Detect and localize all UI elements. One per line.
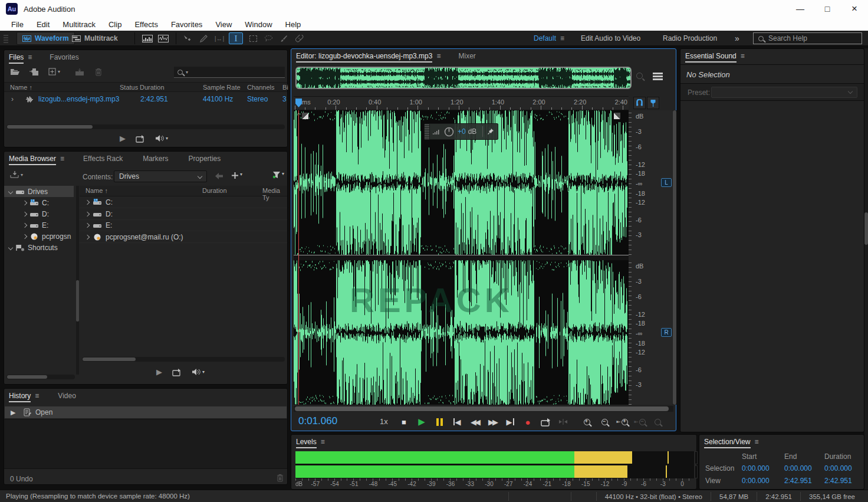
- clip-indicator-left[interactable]: [695, 451, 698, 464]
- play-button[interactable]: ▶: [414, 415, 429, 429]
- list-expander-icon[interactable]: [85, 211, 90, 216]
- move-tool[interactable]: [180, 32, 194, 44]
- fast-forward-button[interactable]: ▶▶: [485, 415, 500, 429]
- selview-selection-end[interactable]: 0:00.000: [784, 464, 812, 473]
- files-col-name[interactable]: Name ↑: [10, 84, 32, 91]
- menu-favorites[interactable]: Favorites: [165, 18, 209, 31]
- paintbrush-tool[interactable]: [277, 32, 291, 44]
- snap-toggle-button[interactable]: [633, 97, 646, 109]
- media-tree-hscrollbar[interactable]: [6, 375, 75, 379]
- tab-files[interactable]: Files≡: [4, 50, 37, 64]
- selview-view-start[interactable]: 0:00.000: [742, 477, 770, 485]
- tab-properties[interactable]: Properties: [184, 152, 226, 166]
- skip-to-start-button[interactable]: ◀: [449, 415, 465, 429]
- workspace-edit-audio-to-video[interactable]: Edit Audio to Video: [581, 31, 640, 46]
- tab-levels[interactable]: Levels≡: [291, 435, 330, 449]
- zoom-out-time-button[interactable]: −: [597, 415, 612, 429]
- files-autoplay-button[interactable]: ▾: [155, 134, 168, 142]
- menu-window[interactable]: Window: [238, 18, 278, 31]
- files-hscrollbar[interactable]: [6, 124, 285, 129]
- menu-multitrack[interactable]: Multitrack: [56, 18, 102, 31]
- tab-selection-view[interactable]: Selection/View≡: [699, 435, 764, 449]
- media-filter-button[interactable]: ▾: [272, 171, 284, 179]
- files-col-duration[interactable]: Duration: [140, 84, 165, 91]
- minimize-button[interactable]: —: [787, 0, 814, 18]
- media-play-button[interactable]: ▶: [156, 368, 162, 376]
- pause-button[interactable]: [432, 415, 447, 429]
- menu-effects[interactable]: Effects: [128, 18, 165, 31]
- search-help-box[interactable]: Search Help: [753, 32, 862, 44]
- multitrack-view-button[interactable]: Multitrack: [67, 32, 123, 45]
- razor-tool[interactable]: [196, 32, 211, 44]
- media-col-duration[interactable]: Duration: [202, 187, 227, 194]
- files-loop-button[interactable]: [136, 134, 145, 143]
- marker-button[interactable]: [647, 97, 659, 109]
- selview-view-duration[interactable]: 2:42.951: [824, 477, 852, 485]
- media-tree-item-shortcuts[interactable]: Shortcuts: [4, 242, 74, 253]
- workspace-radio-production[interactable]: Radio Production: [663, 31, 717, 46]
- tab-editor[interactable]: Editor: lizogub-devochka-uensdej-mp3.mp3…: [291, 49, 445, 63]
- media-col-name[interactable]: Name ↑: [86, 187, 108, 194]
- media-add-button[interactable]: ▾: [231, 172, 242, 179]
- files-col-channels[interactable]: Channels: [247, 84, 274, 91]
- file-row[interactable]: › lizogub...ensdej-mp3.mp3 2:42.951 4410…: [4, 93, 287, 105]
- list-expander-icon[interactable]: [85, 234, 90, 239]
- hud-grip[interactable]: [425, 124, 430, 139]
- right-edge-scrollbar[interactable]: [864, 48, 868, 490]
- editor-panel-menu-icon[interactable]: ≡: [436, 52, 440, 60]
- zoom-to-selection-button[interactable]: ⇤+: [614, 415, 630, 429]
- close-button[interactable]: ×: [841, 0, 868, 18]
- files-column-headers[interactable]: Name ↑StatusDurationSample RateChannelsB…: [4, 82, 287, 92]
- channel-badge-l[interactable]: L: [661, 178, 672, 187]
- channel-badge-r[interactable]: R: [661, 328, 672, 337]
- slip-tool[interactable]: |↔|: [212, 32, 226, 44]
- media-tree-item-c[interactable]: C:: [4, 197, 74, 208]
- essential-sound-menu-icon[interactable]: ≡: [741, 52, 745, 60]
- menu-edit[interactable]: Edit: [30, 18, 56, 31]
- selview-selection-duration[interactable]: 0:00.000: [824, 464, 852, 473]
- menu-clip[interactable]: Clip: [102, 18, 128, 31]
- spectral-display-button[interactable]: [140, 32, 154, 44]
- editor-list-view-icon[interactable]: [653, 71, 663, 80]
- clip-indicator-right[interactable]: [695, 465, 698, 478]
- editor-vscrollbar[interactable]: [673, 110, 676, 405]
- stop-button[interactable]: ■: [396, 415, 412, 429]
- loop-playback-button[interactable]: [538, 415, 553, 429]
- gain-hud[interactable]: +0 dB: [424, 123, 498, 140]
- menu-help[interactable]: Help: [279, 18, 308, 31]
- media-loop-button[interactable]: [172, 368, 182, 376]
- media-tree-vscrollbar[interactable]: [76, 186, 79, 375]
- zoom-in-time-button[interactable]: +: [579, 415, 594, 429]
- media-tree-item-drives[interactable]: Drives: [4, 186, 74, 197]
- waveform-display-button[interactable]: [156, 32, 170, 44]
- media-tree-item-pcprogsn[interactable]: pcprogsn: [4, 231, 74, 242]
- selection-view-menu-icon[interactable]: ≡: [755, 438, 759, 446]
- list-expander-icon[interactable]: [85, 200, 90, 205]
- waveform-view-button[interactable]: Waveform: [17, 32, 75, 45]
- fade-out-handle[interactable]: [614, 113, 620, 119]
- open-file-icon[interactable]: [10, 68, 20, 76]
- files-panel-menu-icon[interactable]: ≡: [28, 53, 32, 61]
- tree-expander-icon[interactable]: [8, 189, 13, 193]
- tree-expander-icon[interactable]: [22, 222, 27, 227]
- tab-favorites[interactable]: Favorites: [45, 50, 83, 64]
- tab-media-browser[interactable]: Media Browser≡: [4, 152, 69, 166]
- tab-video[interactable]: Video: [53, 389, 80, 403]
- media-tree-item-e[interactable]: E:: [4, 219, 74, 231]
- tab-effects-rack[interactable]: Effects Rack: [78, 152, 127, 166]
- selview-view-end[interactable]: 2:42.951: [784, 477, 812, 485]
- tree-expander-icon[interactable]: [22, 200, 27, 205]
- timeline-ruler[interactable]: hms 0:200:401:001:201:402:002:202:40: [294, 96, 629, 110]
- menu-view[interactable]: View: [209, 18, 238, 31]
- workspace-menu-icon[interactable]: ≡: [560, 31, 564, 46]
- tab-essential-sound[interactable]: Essential Sound≡: [680, 49, 749, 63]
- fade-in-handle[interactable]: [302, 113, 308, 119]
- files-col-status[interactable]: Status: [120, 84, 138, 91]
- files-search-input[interactable]: ▾: [174, 67, 285, 78]
- tab-history[interactable]: History≡: [4, 389, 44, 403]
- files-col-sample-rate[interactable]: Sample Rate: [203, 84, 241, 91]
- new-content-icon[interactable]: ▾: [48, 68, 60, 76]
- media-tree-item-d[interactable]: D:: [4, 208, 74, 219]
- spot-healing-brush-tool[interactable]: [292, 32, 307, 44]
- levels-panel-menu-icon[interactable]: ≡: [321, 438, 325, 446]
